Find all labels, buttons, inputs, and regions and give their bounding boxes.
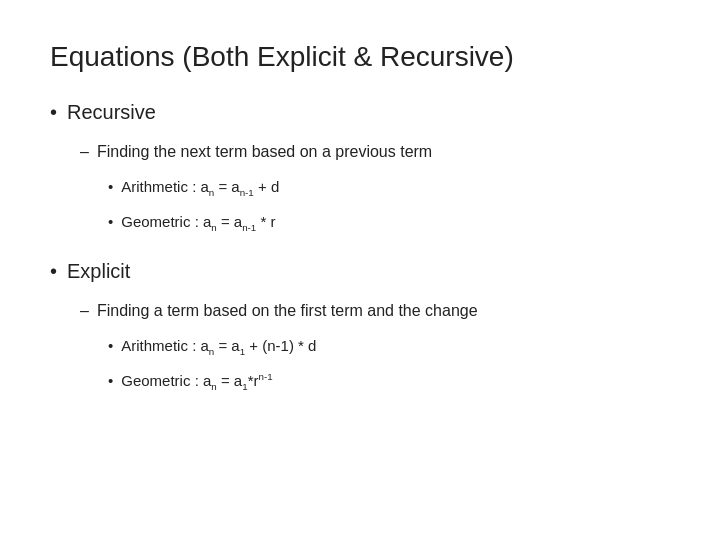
dash-explicit: – <box>80 299 89 323</box>
rec-geo-prefix: Geometric <box>121 213 190 230</box>
bullet-recursive-desc: – Finding the next term based on a previ… <box>80 140 670 164</box>
recursive-geometric-text: Geometric : an = an-1 * r <box>121 211 275 236</box>
rec-arith-formula: an = an-1 + d <box>200 178 279 195</box>
bullet-dot-recursive: • <box>50 98 57 126</box>
exp-arith-prefix: Arithmetic <box>121 337 188 354</box>
bullet-explicit-arithmetic: • Arithmetic : an = a1 + (n-1) * d <box>108 335 670 360</box>
explicit-desc-text: Finding a term based on the first term a… <box>97 299 478 323</box>
slide-title: Equations (Both Explicit & Recursive) <box>50 40 670 74</box>
explicit-geometric-text: Geometric : an = a1*rn-1 <box>121 370 272 395</box>
rec-arith-prefix: Arithmetic <box>121 178 188 195</box>
explicit-label: Explicit <box>67 257 130 285</box>
bullet-recursive: • Recursive <box>50 98 670 126</box>
bullet-dot-explicit: • <box>50 257 57 285</box>
exp-geo-sep: : <box>195 372 203 389</box>
slide: Equations (Both Explicit & Recursive) • … <box>0 0 720 540</box>
exp-arith-formula: an = a1 + (n-1) * d <box>200 337 316 354</box>
rec-geo-sep: : <box>195 213 203 230</box>
dash-recursive: – <box>80 140 89 164</box>
bullet-dot-exp-arith: • <box>108 335 113 358</box>
exp-geo-prefix: Geometric <box>121 372 190 389</box>
bullet-explicit-geometric: • Geometric : an = a1*rn-1 <box>108 370 670 395</box>
bullet-dot-rec-arith: • <box>108 176 113 199</box>
content-area: • Recursive – Finding the next term base… <box>50 98 670 397</box>
bullet-recursive-arithmetic: • Arithmetic : an = an-1 + d <box>108 176 670 201</box>
recursive-desc-text: Finding the next term based on a previou… <box>97 140 432 164</box>
bullet-recursive-geometric: • Geometric : an = an-1 * r <box>108 211 670 236</box>
bullet-dot-rec-geo: • <box>108 211 113 234</box>
bullet-explicit-desc: – Finding a term based on the first term… <box>80 299 670 323</box>
exp-geo-formula: an = a1*rn-1 <box>203 372 273 389</box>
rec-geo-formula: an = an-1 * r <box>203 213 275 230</box>
explicit-arithmetic-text: Arithmetic : an = a1 + (n-1) * d <box>121 335 316 360</box>
bullet-dot-exp-geo: • <box>108 370 113 393</box>
recursive-arithmetic-text: Arithmetic : an = an-1 + d <box>121 176 279 201</box>
recursive-label: Recursive <box>67 98 156 126</box>
bullet-explicit: • Explicit <box>50 257 670 285</box>
